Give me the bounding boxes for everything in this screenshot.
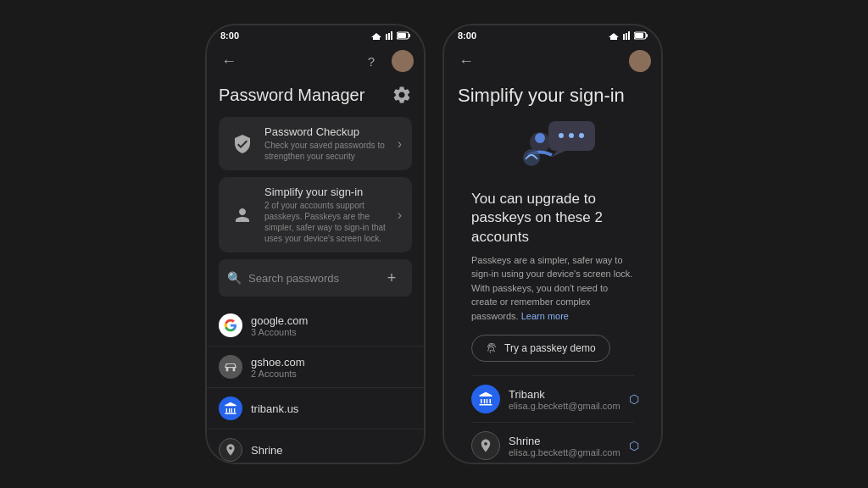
gshoe-sub: 2 Accounts (251, 369, 305, 379)
tribank-site-icon (219, 396, 242, 420)
right-screen-content: Simplify your sign-in (444, 78, 661, 463)
svg-rect-5 (409, 34, 410, 37)
svg-rect-1 (388, 33, 390, 40)
tribank-account-info: Tribank elisa.g.beckett@gmail.com (509, 388, 620, 411)
back-button-left[interactable]: ← (217, 49, 241, 73)
list-item-tribank[interactable]: tribank.us (207, 388, 424, 430)
status-time-left: 8:00 (220, 30, 239, 41)
svg-rect-0 (386, 34, 387, 40)
google-text: google.com 3 Accounts (251, 314, 308, 337)
google-site-icon (219, 313, 242, 337)
checkup-title: Password Checkup (264, 125, 389, 138)
simplify-text: Simplify your sign-in 2 of your accounts… (264, 186, 389, 244)
gshoe-text: gshoe.com 2 Accounts (251, 356, 305, 379)
settings-icon[interactable] (392, 85, 412, 105)
add-password-button[interactable]: + (380, 266, 403, 290)
avatar-right[interactable] (629, 50, 651, 72)
gshoe-site-icon (219, 355, 242, 379)
svg-point-14 (569, 133, 574, 138)
tribank-external-icon[interactable]: ⬡ (629, 392, 639, 406)
gshoe-name: gshoe.com (251, 356, 305, 369)
password-checkup-card[interactable]: Password Checkup Check your saved passwo… (219, 117, 412, 170)
nav-bar-right: ← (444, 46, 661, 78)
simplify-desc: 2 of your accounts support passkeys. Pas… (264, 200, 389, 244)
google-name: google.com (251, 314, 308, 327)
upgrade-desc: Passkeys are a simpler, safer way to sig… (471, 253, 634, 324)
checkup-text: Password Checkup Check your saved passwo… (264, 125, 389, 162)
nav-bar-left: ← ? (207, 46, 424, 78)
status-icons-right (609, 31, 648, 40)
simplify-chevron: › (398, 208, 402, 223)
sites-list: google.com 3 Accounts gshoe.com 2 Accoun… (207, 305, 424, 463)
search-input[interactable]: Search passwords (248, 272, 373, 285)
upgrade-title: You can upgrade to passkeys on these 2 a… (471, 190, 634, 246)
try-passkey-label: Try a passkey demo (504, 342, 596, 354)
help-icon[interactable]: ? (359, 49, 383, 73)
account-item-shrine[interactable]: Shrine elisa.g.beckett@gmail.com ⬡ (471, 422, 634, 463)
passkey-svg (498, 117, 608, 176)
left-screen-content: Password Manager Password Checkup Check (207, 78, 424, 463)
tribank-account-icon (471, 385, 500, 413)
list-item-gshoe[interactable]: gshoe.com 2 Accounts (207, 347, 424, 388)
simplify-signin-card[interactable]: Simplify your sign-in 2 of your accounts… (219, 177, 412, 252)
account-item-tribank[interactable]: Tribank elisa.g.beckett@gmail.com ⬡ (471, 375, 634, 422)
page-header: Password Manager (219, 85, 412, 105)
shrine-account-email: elisa.g.beckett@gmail.com (509, 447, 620, 458)
tribank-text: tribank.us (251, 402, 298, 415)
google-sub: 3 Accounts (251, 327, 308, 337)
left-phone: 8:00 ← ? Password Manager (205, 24, 426, 464)
shrine-site-icon (219, 438, 242, 462)
signin-icon (229, 202, 256, 229)
shrine-external-icon[interactable]: ⬡ (629, 439, 639, 452)
tribank-account-email: elisa.g.beckett@gmail.com (509, 401, 620, 411)
svg-rect-7 (626, 33, 627, 40)
svg-rect-4 (398, 33, 406, 38)
passkey-illustration (458, 117, 648, 176)
shrine-account-icon (471, 431, 500, 460)
svg-rect-8 (628, 31, 630, 40)
avatar-left[interactable] (392, 50, 414, 72)
svg-point-15 (579, 133, 584, 138)
search-icon: 🔍 (227, 271, 242, 285)
checkup-icon (229, 130, 256, 158)
page-title: Password Manager (219, 86, 364, 105)
shrine-text: Shrine (251, 444, 283, 457)
search-bar[interactable]: 🔍 Search passwords + (219, 259, 412, 297)
try-passkey-button[interactable]: Try a passkey demo (471, 335, 610, 362)
svg-rect-2 (391, 31, 392, 40)
status-time-right: 8:00 (458, 30, 476, 41)
svg-point-19 (523, 149, 540, 166)
checkup-desc: Check your saved passwords to strengthen… (264, 140, 389, 162)
shrine-account-name: Shrine (509, 435, 620, 447)
svg-rect-11 (646, 34, 648, 37)
back-button-right[interactable]: ← (454, 49, 478, 73)
list-item-shrine[interactable]: Shrine (207, 430, 424, 463)
shrine-name: Shrine (251, 444, 283, 457)
tribank-account-name: Tribank (509, 388, 620, 401)
accounts-list: Tribank elisa.g.beckett@gmail.com ⬡ (471, 375, 634, 463)
svg-point-18 (535, 133, 545, 143)
svg-point-13 (559, 133, 564, 138)
learn-more-link[interactable]: Learn more (521, 311, 569, 321)
list-item-google[interactable]: google.com 3 Accounts (207, 305, 424, 347)
svg-marker-16 (551, 151, 565, 158)
right-phone: 8:00 ← Simplify your sign-in (442, 24, 663, 464)
svg-rect-6 (623, 34, 625, 40)
simplify-title: Simplify your sign-in (264, 186, 389, 198)
status-bar-left: 8:00 (207, 25, 424, 46)
tribank-name: tribank.us (251, 402, 298, 415)
shrine-account-info: Shrine elisa.g.beckett@gmail.com (509, 435, 620, 458)
fingerprint-icon (486, 342, 498, 354)
checkup-chevron: › (398, 136, 402, 152)
upgrade-section: You can upgrade to passkeys on these 2 a… (458, 190, 648, 463)
status-icons-left (371, 31, 410, 40)
right-page-title: Simplify your sign-in (458, 85, 648, 107)
svg-rect-10 (635, 33, 643, 38)
status-bar-right: 8:00 (444, 25, 661, 46)
